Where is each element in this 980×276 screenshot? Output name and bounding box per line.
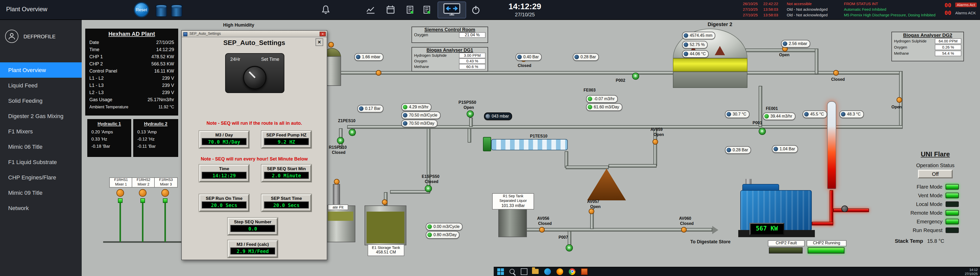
sidebar-item-chp-engines-flare[interactable]: CHP Engines/Flare xyxy=(0,170,82,185)
sidebar-item-f1-mixers[interactable]: F1 Mixers xyxy=(0,124,82,139)
pump-e1sps50[interactable] xyxy=(425,185,432,192)
standpipe-valve[interactable] xyxy=(334,179,339,185)
sep-feed-pump-hz-button[interactable]: SEP Feed Pump HZ 9.2 HZ xyxy=(261,131,312,148)
sidebar-item-network[interactable]: Network xyxy=(0,200,82,216)
tank-shortcut-icon-2[interactable] xyxy=(171,5,182,17)
alarm-row[interactable]: 27/10/2513:58:03Old - Not acknowledgedAu… xyxy=(743,7,886,12)
task-view-icon[interactable] xyxy=(521,268,527,275)
valve-av056[interactable] xyxy=(539,227,545,233)
screw-conveyor-p1tes10[interactable] xyxy=(491,139,568,150)
tank-shortcut-icon[interactable] xyxy=(156,5,167,17)
r1-name: R1 Sep Tank xyxy=(503,194,523,198)
mixer-3-run-led xyxy=(163,198,167,203)
operation-status-button[interactable]: Off xyxy=(918,170,953,179)
sidebar-item-mimic-09[interactable]: Mimic 09 Title xyxy=(0,185,82,200)
power-icon[interactable] xyxy=(471,5,481,15)
digestate-pit-tank[interactable] xyxy=(326,206,355,242)
hydraulic-value: 0.13 'Amp xyxy=(137,129,157,134)
edge-browser-icon[interactable] xyxy=(544,268,551,275)
sep-seq-start-min-button[interactable]: SEP SEQ Start Min 2.0 Minute xyxy=(261,164,312,182)
sidebar-item-plant-overview[interactable]: Plant Overview xyxy=(0,62,82,78)
info-value: 478.52 KW xyxy=(151,54,174,59)
hydraulic-value: -0.12 'Hz xyxy=(137,136,155,142)
pump-p001[interactable] xyxy=(759,128,766,135)
sep-start-time-button[interactable]: SEP Start Time 20.0 Secs xyxy=(261,194,312,212)
row-label: Oxygen xyxy=(414,33,428,37)
chrome-browser-icon[interactable] xyxy=(569,268,575,275)
valve-av059[interactable] xyxy=(652,139,658,145)
alarm-list-icon[interactable] xyxy=(405,5,415,15)
pump-p002[interactable] xyxy=(632,73,639,80)
mixer-2-label: F1RHS2Mixer 2 xyxy=(132,177,155,187)
flare-mode-led xyxy=(945,184,959,190)
user-icon xyxy=(5,30,18,43)
window-titlebar[interactable]: SEP_Auto_Settings xyxy=(182,31,327,37)
valve-av057[interactable] xyxy=(589,209,594,214)
windows-start-icon[interactable] xyxy=(497,268,504,275)
sidebar-item-solid-feeding[interactable]: Solid Feeding xyxy=(0,93,82,108)
scada-app-icon[interactable] xyxy=(581,268,588,275)
flare-stack[interactable] xyxy=(827,101,836,189)
trend-chart-icon[interactable] xyxy=(366,5,376,15)
conveyor-motor[interactable] xyxy=(483,137,491,151)
gauge-e1-cycle: 0.00 m3/Cycle xyxy=(426,223,463,231)
dial-knob[interactable] xyxy=(243,66,267,89)
hot-pipe-valve[interactable] xyxy=(842,206,848,212)
sidebar-item-f1-liquid-substrate[interactable]: F1 Liquid Substrate xyxy=(0,154,82,170)
mixer-2-motor[interactable] xyxy=(139,189,146,197)
pump-r1sps10[interactable] xyxy=(337,137,344,144)
calendar-icon[interactable] xyxy=(385,5,396,15)
window-close-icon[interactable] xyxy=(320,32,326,36)
e1-tank-label: E1 Storage Tank 458.51 CM xyxy=(368,244,404,256)
r1-sep-tank[interactable] xyxy=(498,209,527,237)
window-title: SEP_Auto_Settings xyxy=(189,32,221,35)
emergency-label: Emergency xyxy=(896,219,942,224)
m3-feed-calc-button[interactable]: M3 / Feed (calc) 2.9 M3/Feed xyxy=(228,240,278,258)
buffer-tank-valve[interactable] xyxy=(328,42,334,48)
valve-closed-right[interactable] xyxy=(833,70,839,76)
gauge-digester-level-mm: 4574.45 mm xyxy=(682,32,716,39)
valve-av060[interactable] xyxy=(681,227,687,233)
remote-mode-label: Remote Mode xyxy=(896,210,942,216)
digestate-pit-liquid xyxy=(328,212,353,221)
info-label: Ambient Temperature xyxy=(89,105,129,109)
temp-icon xyxy=(804,112,809,116)
valve-open-right[interactable] xyxy=(897,97,902,103)
sidebar-item-digester-2-gas-mixing[interactable]: Digester 2 Gas Mixing xyxy=(0,108,82,124)
screen-switch-button[interactable] xyxy=(438,2,466,18)
dialog-close-button[interactable] xyxy=(315,38,323,46)
firefox-browser-icon[interactable] xyxy=(557,268,563,275)
taskbar-clock[interactable]: 14:12 27/10/25 xyxy=(965,268,978,276)
step-seq-number-button[interactable]: Step SEQ Number 0.0 xyxy=(228,218,278,235)
e1-inlet-valve[interactable] xyxy=(382,199,388,205)
row-value: 3.00 PPM xyxy=(459,53,485,58)
info-label: Time xyxy=(89,47,99,52)
sidebar-item-mimic-06[interactable]: Mimic 06 Title xyxy=(0,139,82,154)
info-label: L2 - L3 xyxy=(89,90,103,95)
event-log-icon[interactable] xyxy=(422,5,432,15)
gauge-value: 0.28 Bar xyxy=(733,148,748,152)
pipe-segment xyxy=(566,166,609,169)
pump-z1pes10[interactable] xyxy=(349,129,356,136)
alarm-row[interactable]: 27/10/2513:58:03Old - Not acknowledgedM5… xyxy=(743,13,935,18)
reset-button[interactable]: Reset xyxy=(134,2,149,18)
av057-label: AV057 xyxy=(587,199,600,204)
pump-p007[interactable] xyxy=(566,244,573,252)
user-profile[interactable]: DEFPROFILE xyxy=(5,30,56,43)
bell-icon[interactable] xyxy=(321,5,331,15)
mixer-3-motor[interactable] xyxy=(161,189,169,197)
info-label: Gas Usage xyxy=(89,97,112,102)
valve-inline[interactable] xyxy=(376,70,381,76)
m3-day-button[interactable]: M3 / Day 70.0 M3/Day xyxy=(199,131,249,148)
pump-p1sps50[interactable] xyxy=(467,110,474,118)
time-button[interactable]: Time 14:12:29 xyxy=(199,164,249,182)
search-icon[interactable] xyxy=(509,269,515,274)
gauge-value: 39.44 m3/hr xyxy=(770,114,792,118)
valve-state-label: Closed xyxy=(831,77,845,82)
mixer-1-motor[interactable] xyxy=(116,189,124,197)
sep-run-on-time-button[interactable]: SEP Run On Time 20.0 Secs xyxy=(199,194,249,212)
alarm-row[interactable]: 26/10/2522:42:22Not accessibleFROM STATU… xyxy=(743,2,878,6)
sidebar-item-liquid-feed[interactable]: Liquid Feed xyxy=(0,78,82,93)
gauge-028-bar-top: 0.28 Bar xyxy=(573,53,599,61)
file-explorer-icon[interactable] xyxy=(532,269,539,274)
